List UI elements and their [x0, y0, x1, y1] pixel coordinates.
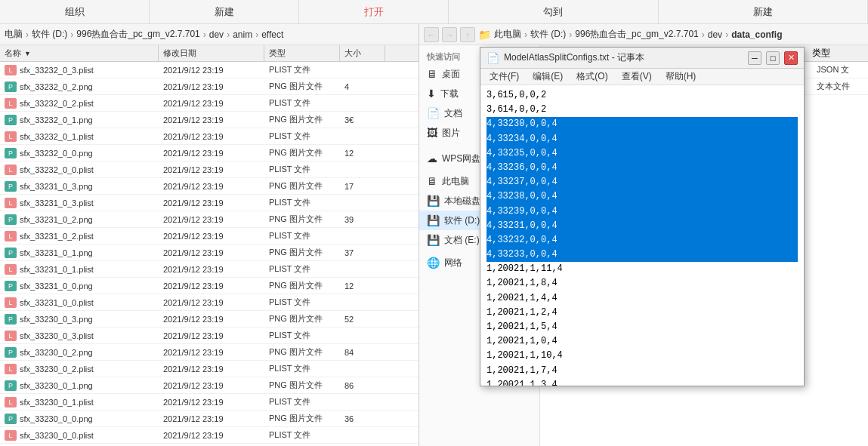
- left-file-row[interactable]: L sfx_33232_0_2.plist 2021/9/12 23:19 PL…: [0, 95, 419, 112]
- left-file-row[interactable]: P sfx_33231_0_0.png 2021/9/12 23:19 PNG …: [0, 278, 419, 294]
- toolbar-section-new-left[interactable]: 新建: [150, 0, 299, 23]
- file-name: sfx_33231_0_2.plist: [20, 232, 94, 241]
- left-file-row[interactable]: P sfx_33232_0_2.png 2021/9/12 23:19 PNG …: [0, 78, 419, 95]
- left-file-row[interactable]: P sfx_33230_0_1.png 2021/9/12 23:19 PNG …: [0, 377, 419, 394]
- notepad-line: 4,33231,0,0,4: [487, 219, 798, 233]
- file-date: 2021/9/12 23:19: [159, 248, 264, 257]
- left-file-row[interactable]: P sfx_33231_0_3.png 2021/9/12 23:19 PNG …: [0, 178, 419, 195]
- toolbar-section-goto[interactable]: 勾到: [449, 0, 659, 23]
- notepad-line: 4,33236,0,0,4: [487, 161, 798, 175]
- left-file-row[interactable]: L sfx_33230_0_2.plist 2021/9/12 23:19 PL…: [0, 361, 419, 377]
- col-header-name[interactable]: 名称 ▼: [0, 45, 159, 61]
- file-type: PNG 图片文件: [264, 81, 340, 92]
- file-date: 2021/9/12 23:19: [159, 66, 264, 75]
- file-name: sfx_33232_0_0.png: [20, 149, 93, 158]
- left-file-row[interactable]: L sfx_33231_0_2.plist 2021/9/12 23:19 PL…: [0, 228, 419, 245]
- left-file-row[interactable]: P sfx_33230_0_2.png 2021/9/12 23:19 PNG …: [0, 344, 419, 361]
- notepad-line: 4,33239,0,0,4: [487, 205, 798, 219]
- file-size: 52: [340, 315, 385, 324]
- left-address-part-1[interactable]: 软件 (D:): [32, 28, 67, 41]
- file-type: PNG 图片文件: [264, 313, 340, 325]
- toolbar-section-new-right[interactable]: 新建: [659, 0, 869, 23]
- file-name-cell: P sfx_33230_0_2.png: [0, 347, 159, 358]
- file-type: PLIST 文件: [264, 164, 340, 175]
- notepad-line: 4,33235,0,0,4: [487, 146, 798, 161]
- left-file-row[interactable]: L sfx_33232_0_3.plist 2021/9/12 23:19 PL…: [0, 62, 419, 78]
- notepad-content[interactable]: 3,615,0,0,23,614,0,0,24,33230,0,0,44,332…: [480, 85, 804, 386]
- notepad-menu-item[interactable]: 格式(O): [570, 69, 613, 85]
- left-file-row[interactable]: L sfx_33232_0_0.plist 2021/9/12 23:19 PL…: [0, 161, 419, 178]
- notepad-line: 4,33230,0,0,4: [487, 117, 798, 131]
- notepad-line: 4,33234,0,0,4: [487, 132, 798, 146]
- file-name-cell: L sfx_33232_0_0.plist: [0, 165, 159, 175]
- drive-d-icon: 💾: [427, 214, 440, 226]
- close-button[interactable]: ✕: [784, 51, 798, 65]
- left-file-row[interactable]: L sfx_33231_0_1.plist 2021/9/12 23:19 PL…: [0, 261, 419, 278]
- right-address-part-0[interactable]: 此电脑: [494, 28, 521, 41]
- col-header-date[interactable]: 修改日期: [159, 45, 264, 61]
- notepad-menu-item[interactable]: 帮助(H): [659, 69, 703, 85]
- back-button[interactable]: ←: [424, 27, 439, 42]
- toolbar-section-organize[interactable]: 组织: [0, 0, 150, 23]
- file-icon: P: [5, 115, 17, 125]
- left-file-row[interactable]: P sfx_33230_0_0.png 2021/9/12 23:19 PNG …: [0, 411, 419, 427]
- right-address-part-4[interactable]: data_config: [731, 29, 782, 40]
- file-size: 12: [340, 149, 385, 158]
- file-name: sfx_33230_0_1.png: [20, 381, 93, 390]
- left-file-row[interactable]: P sfx_33230_0_3.png 2021/9/12 23:19 PNG …: [0, 311, 419, 328]
- right-col-header-type[interactable]: 类型: [812, 47, 868, 60]
- left-file-row[interactable]: L sfx_33230_0_3.plist 2021/9/12 23:19 PL…: [0, 328, 419, 344]
- left-file-row[interactable]: L sfx_33231_0_0.plist 2021/9/12 23:19 PL…: [0, 294, 419, 311]
- file-date: 2021/9/12 23:19: [159, 165, 264, 174]
- left-address-part-4[interactable]: anim: [233, 29, 252, 40]
- col-header-type[interactable]: 类型: [264, 45, 340, 61]
- this-pc-icon: 🖥: [427, 175, 437, 187]
- right-file-type: JSON 文: [812, 64, 868, 75]
- top-toolbar: 组织 新建 打开 勾到 新建: [0, 0, 868, 24]
- minimize-button[interactable]: ─: [748, 51, 761, 65]
- file-type: PNG 图片文件: [264, 114, 340, 125]
- file-icon: P: [5, 414, 17, 424]
- file-name-cell: L sfx_33230_0_2.plist: [0, 364, 159, 374]
- file-icon: L: [5, 198, 17, 208]
- left-address-part-0[interactable]: 电脑: [5, 28, 23, 41]
- col-header-size[interactable]: 大小: [340, 45, 385, 61]
- left-file-row[interactable]: L sfx_33231_0_3.plist 2021/9/12 23:19 PL…: [0, 195, 419, 211]
- right-nav-bar: ← → ↑ 📁 此电脑 › 软件 (D:) › 996热血合击_pc_gm_v2…: [419, 24, 868, 45]
- left-file-row[interactable]: P sfx_33232_0_0.png 2021/9/12 23:19 PNG …: [0, 145, 419, 161]
- notepad-menu-item[interactable]: 文件(F): [483, 69, 525, 85]
- left-address-part-3[interactable]: dev: [209, 29, 224, 40]
- left-file-row[interactable]: P sfx_33232_0_1.png 2021/9/12 23:19 PNG …: [0, 112, 419, 128]
- right-address-part-1[interactable]: 软件 (D:): [530, 28, 566, 41]
- file-date: 2021/9/12 23:19: [159, 149, 264, 158]
- file-size: 84: [340, 348, 385, 357]
- notepad-menu-item[interactable]: 编辑(E): [527, 69, 569, 85]
- file-size: 4: [340, 82, 385, 91]
- left-file-row[interactable]: P sfx_33231_0_2.png 2021/9/12 23:19 PNG …: [0, 211, 419, 228]
- maximize-button[interactable]: □: [766, 51, 780, 65]
- desktop-icon: 🖥: [427, 68, 437, 80]
- drive-e-icon: 💾: [427, 234, 440, 246]
- right-address-part-3[interactable]: dev: [708, 29, 722, 40]
- left-file-row[interactable]: P sfx_33231_0_1.png 2021/9/12 23:19 PNG …: [0, 245, 419, 261]
- left-file-row[interactable]: L sfx_33230_0_1.plist 2021/9/12 23:19 PL…: [0, 394, 419, 411]
- left-address-part-5[interactable]: effect: [261, 29, 283, 40]
- file-name-cell: L sfx_33230_0_1.plist: [0, 397, 159, 408]
- up-button[interactable]: ↑: [460, 27, 475, 42]
- notepad-line: 1,20021,1,2,4: [487, 306, 798, 320]
- file-date: 2021/9/12 23:19: [159, 265, 264, 274]
- left-file-row[interactable]: L sfx_33232_0_1.plist 2021/9/12 23:19 PL…: [0, 128, 419, 145]
- notepad-menu-item[interactable]: 查看(V): [616, 69, 658, 85]
- right-address-part-2[interactable]: 996热血合击_pc_gm_v2.7.701: [575, 28, 698, 41]
- file-name-cell: L sfx_33232_0_2.plist: [0, 98, 159, 109]
- downloads-icon: ⬇: [427, 88, 436, 100]
- forward-button[interactable]: →: [442, 27, 457, 42]
- file-icon: P: [5, 314, 17, 325]
- left-address-part-2[interactable]: 996热血合击_pc_gm_v2.7.701: [76, 28, 199, 41]
- file-name: sfx_33230_0_0.png: [20, 414, 93, 423]
- file-icon: L: [5, 430, 17, 441]
- toolbar-section-open[interactable]: 打开: [299, 0, 449, 23]
- file-icon: L: [5, 231, 17, 241]
- file-type: PLIST 文件: [264, 263, 340, 275]
- left-file-row[interactable]: L sfx_33230_0_0.plist 2021/9/12 23:19 PL…: [0, 427, 419, 444]
